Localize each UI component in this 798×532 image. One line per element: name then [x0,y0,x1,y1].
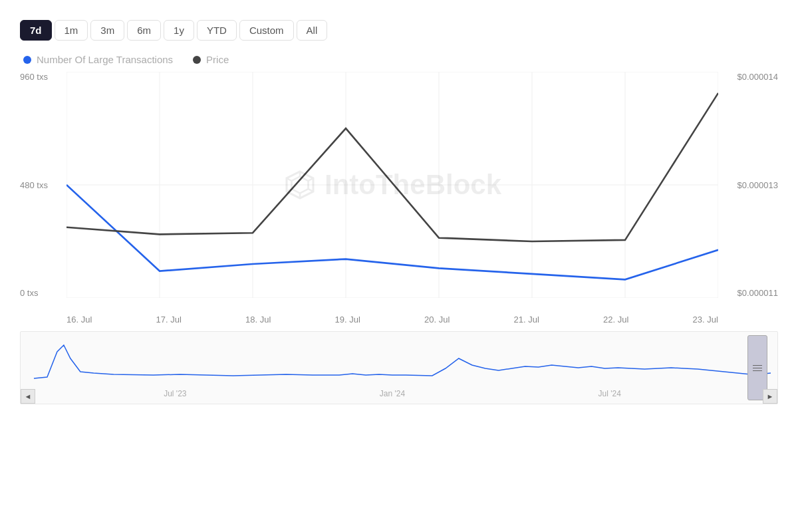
scroll-line-1 [753,365,762,366]
x-axis: 16. Jul 17. Jul 18. Jul 19. Jul 20. Jul … [66,315,718,325]
time-range-selector: 7d 1m 3m 6m 1y YTD Custom All [20,20,778,41]
time-btn-7d[interactable]: 7d [20,20,52,41]
legend-label-price: Price [206,54,229,65]
legend-item-price: Price [193,54,229,65]
mini-chart-svg [21,332,777,385]
x-label-2: 18. Jul [245,315,271,325]
time-btn-6m[interactable]: 6m [127,20,161,41]
x-label-6: 22. Jul [603,315,628,325]
y-axis-right-bottom: $0.000011 [737,288,778,298]
scroll-right-arrow[interactable]: ► [763,389,777,404]
main-chart: 960 txs 480 txs 0 txs $0.000014 $0.00001… [20,72,778,325]
time-btn-3m[interactable]: 3m [90,20,124,41]
legend-dot-price [193,56,201,64]
y-axis-right-top: $0.000014 [737,72,778,82]
scroll-line-2 [753,368,762,368]
y-axis-left-top: 960 txs [20,72,48,82]
chart-svg-wrapper: IntoTheBlock [66,72,718,298]
y-axis-left: 960 txs 480 txs 0 txs [20,72,48,325]
x-label-0: 16. Jul [66,315,92,325]
chart-legend: Number Of Large Transactions Price [23,54,778,65]
time-btn-1y[interactable]: 1y [164,20,194,41]
time-btn-all[interactable]: All [297,20,328,41]
x-label-4: 20. Jul [424,315,450,325]
mini-label-2: Jul '24 [598,389,621,398]
y-axis-right: $0.000014 $0.000013 $0.000011 [737,72,778,325]
scroll-line-3 [753,370,762,371]
time-btn-ytd[interactable]: YTD [197,20,237,41]
legend-label-transactions: Number Of Large Transactions [37,54,173,65]
y-axis-left-mid: 480 txs [20,180,48,190]
x-label-3: 19. Jul [335,315,360,325]
y-axis-left-bottom: 0 txs [20,288,48,298]
legend-item-transactions: Number Of Large Transactions [23,54,173,65]
time-btn-custom[interactable]: Custom [239,20,294,41]
legend-dot-transactions [23,56,31,64]
mini-label-1: Jan '24 [380,389,405,398]
x-label-1: 17. Jul [156,315,182,325]
x-label-5: 21. Jul [514,315,539,325]
mini-label-0: Jul '23 [164,389,186,398]
time-btn-1m[interactable]: 1m [55,20,88,41]
x-label-7: 23. Jul [693,315,718,325]
scroll-left-arrow[interactable]: ◄ [21,389,35,404]
mini-chart[interactable]: Jul '23 Jan '24 Jul '24 ◄ ► [20,331,778,404]
mini-chart-labels: Jul '23 Jan '24 Jul '24 [67,389,718,398]
chart-lines [66,72,718,298]
y-axis-right-mid: $0.000013 [737,180,778,190]
